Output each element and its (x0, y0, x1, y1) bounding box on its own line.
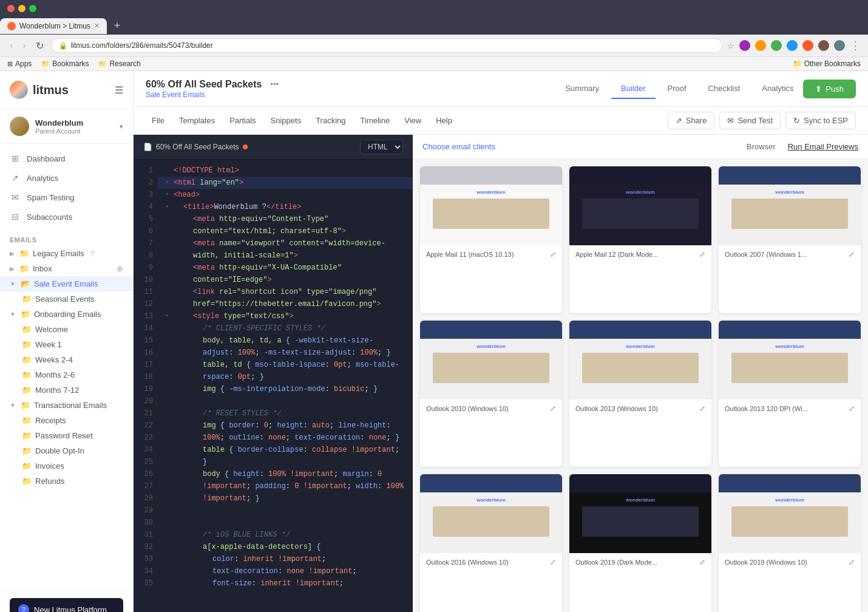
fold-btn-25[interactable] (165, 456, 171, 468)
forward-btn[interactable]: › (20, 39, 28, 52)
preview-expand-btn-0[interactable]: ⤢ (550, 250, 556, 259)
fold-btn-16[interactable] (165, 347, 171, 359)
push-button[interactable]: ⬆ Push (803, 80, 856, 98)
fold-btn-26[interactable] (165, 468, 171, 480)
extension-icon-4[interactable] (787, 40, 798, 51)
sidebar-item-dashboard[interactable]: ⊞ Dashboard (0, 149, 133, 168)
fold-btn-7[interactable] (165, 237, 171, 250)
fold-btn-4[interactable]: ▾ (165, 201, 171, 213)
fold-btn-14[interactable] (165, 322, 171, 335)
preview-expand-btn-2[interactable]: ⤢ (849, 250, 855, 259)
back-btn[interactable]: ‹ (7, 39, 15, 52)
fold-btn-9[interactable] (165, 262, 171, 274)
fold-btn-29[interactable] (165, 505, 171, 517)
toolbar-file[interactable]: File (146, 112, 171, 129)
fold-btn-35[interactable] (165, 577, 171, 590)
run-email-previews-btn[interactable]: Run Email Previews (788, 142, 858, 151)
preview-expand-btn-6[interactable]: ⤢ (550, 558, 556, 566)
bookmark-bookmarks[interactable]: 📁 Bookmarks (41, 59, 89, 68)
fold-btn-2[interactable]: ▾ (165, 177, 171, 189)
fold-btn-13[interactable]: ▾ (165, 310, 171, 322)
preview-expand-btn-1[interactable]: ⤢ (699, 250, 705, 259)
other-bookmarks[interactable]: 📁 Other Bookmarks (793, 59, 861, 68)
extension-icon-5[interactable] (802, 40, 813, 51)
new-tab-btn[interactable]: + (109, 17, 126, 35)
choose-clients-btn[interactable]: Choose email clients (422, 142, 495, 151)
preview-card-outlook-2013-120[interactable]: wonderblum Outlook 2013 120 DPI (Wi... ⤢ (719, 321, 861, 467)
tab-proof[interactable]: Proof (658, 79, 696, 99)
share-button[interactable]: ⇗ Share (668, 112, 715, 129)
fold-btn-23[interactable] (165, 432, 171, 444)
fold-btn-32[interactable] (165, 541, 171, 553)
fold-btn-18[interactable] (165, 371, 171, 383)
extension-icon-6[interactable] (818, 40, 829, 51)
toolbar-help[interactable]: Help (430, 112, 458, 129)
preview-card-outlook-2013[interactable]: wonderblum Outlook 2013 (Windows 10) ⤢ (569, 321, 711, 467)
extension-icon-3[interactable] (771, 40, 782, 51)
fold-btn-1[interactable] (165, 165, 171, 177)
sidebar-item-subaccounts[interactable]: ⊟ Subaccounts (0, 207, 133, 226)
toolbar-timeline[interactable]: Timeline (354, 112, 396, 129)
toolbar-templates[interactable]: Templates (173, 112, 221, 129)
close-btn[interactable] (7, 5, 15, 12)
folder-seasonal-events[interactable]: 📁 Seasonal Events (0, 291, 133, 307)
fold-btn-34[interactable] (165, 565, 171, 577)
sidebar-menu-btn[interactable]: ☰ (115, 84, 123, 96)
sidebar-user[interactable]: Wonderblum Parent Account ▾ (0, 109, 133, 144)
address-bar[interactable]: 🔒 litmus.com/folders/286/emails/50473/bu… (51, 38, 722, 53)
toolbar-partials[interactable]: Partials (223, 112, 262, 129)
folder-welcome[interactable]: 📁 Welcome (0, 322, 133, 337)
folder-months-7-12[interactable]: 📁 Months 7-12 (0, 382, 133, 398)
preview-expand-btn-7[interactable]: ⤢ (699, 558, 705, 566)
folder-week1[interactable]: 📁 Week 1 (0, 337, 133, 352)
code-lines[interactable]: <!DOCTYPE html> ▾<html lang="en"> ▾<head… (158, 160, 413, 612)
folder-password-reset[interactable]: 📁 Password Reset (0, 428, 133, 443)
fold-btn-11[interactable] (165, 286, 171, 298)
fold-btn-17[interactable] (165, 359, 171, 371)
tab-builder[interactable]: Builder (611, 79, 655, 99)
folder-months-2-6[interactable]: 📁 Months 2-6 (0, 367, 133, 382)
fold-btn-15[interactable] (165, 335, 171, 347)
tab-checklist[interactable]: Checklist (699, 79, 750, 99)
code-area[interactable]: 1 2 3 4 5 6 7 8 9 10 11 12 13 14 (134, 160, 413, 612)
preview-card-apple-mail-12-dark[interactable]: wonderblum Apple Mail 12 (Dark Mode... ⤢ (569, 166, 711, 313)
tab-close-btn[interactable]: ✕ (94, 22, 100, 30)
folder-legacy-emails[interactable]: ▶ 📁 Legacy Emails ? (0, 246, 133, 261)
folder-onboarding-emails[interactable]: ▼ 📁 Onboarding Emails (0, 307, 133, 322)
fold-btn-28[interactable] (165, 492, 171, 505)
toolbar-tracking[interactable]: Tracking (310, 112, 351, 129)
toolbar-snippets[interactable]: Snippets (265, 112, 308, 129)
toolbar-view[interactable]: View (398, 112, 427, 129)
inbox-add-icon[interactable]: ⊕ (117, 264, 123, 273)
preview-expand-btn-4[interactable]: ⤢ (699, 404, 705, 413)
folder-double-opt-in[interactable]: 📁 Double Opt-In (0, 443, 133, 458)
language-selector[interactable]: HTML (360, 140, 403, 154)
fold-btn-27[interactable] (165, 480, 171, 492)
preview-expand-btn-5[interactable]: ⤢ (849, 404, 855, 413)
extension-icon-7[interactable] (834, 40, 845, 51)
folder-transactional-emails[interactable]: ▼ 📁 Transactional Emails (0, 398, 133, 413)
folder-inbox[interactable]: ▶ 📁 Inbox ⊕ (0, 261, 133, 276)
reload-btn[interactable]: ↻ (33, 39, 46, 53)
fold-btn-24[interactable] (165, 444, 171, 456)
preview-card-outlook-2016[interactable]: wonderblum Outlook 2016 (Windows 10) ⤢ (420, 474, 562, 612)
fold-btn-12[interactable] (165, 298, 171, 310)
fold-btn-3[interactable]: ▾ (165, 189, 171, 201)
folder-sale-event-emails[interactable]: ▼ 📂 Sale Event Emails (0, 276, 133, 291)
folder-refunds[interactable]: 📁 Refunds (0, 474, 133, 489)
tab-summary[interactable]: Summary (555, 79, 609, 99)
email-title-menu-btn[interactable]: ••• (267, 78, 283, 90)
new-platform-button[interactable]: ? New Litmus Platform (10, 598, 123, 612)
tab-analytics[interactable]: Analytics (752, 79, 803, 99)
extension-icon-2[interactable] (755, 40, 766, 51)
preview-card-outlook-2010[interactable]: wonderblum Outlook 2010 (Windows 10) ⤢ (420, 321, 562, 467)
star-icon[interactable]: ☆ (727, 41, 734, 50)
email-breadcrumb[interactable]: Sale Event Emails (146, 90, 519, 99)
folder-receipts[interactable]: 📁 Receipts (0, 413, 133, 428)
sidebar-item-analytics[interactable]: ↗ Analytics (0, 168, 133, 188)
send-test-button[interactable]: ✉ Send Test (719, 112, 781, 129)
litmus-logo[interactable]: litmus (10, 81, 69, 99)
folder-weeks-2-4[interactable]: 📁 Weeks 2-4 (0, 352, 133, 367)
sync-esp-button[interactable]: ↻ Sync to ESP (785, 112, 856, 129)
preview-card-apple-mail-11[interactable]: wonderblum Apple Mail 11 (macOS 10.13) ⤢ (420, 166, 562, 313)
